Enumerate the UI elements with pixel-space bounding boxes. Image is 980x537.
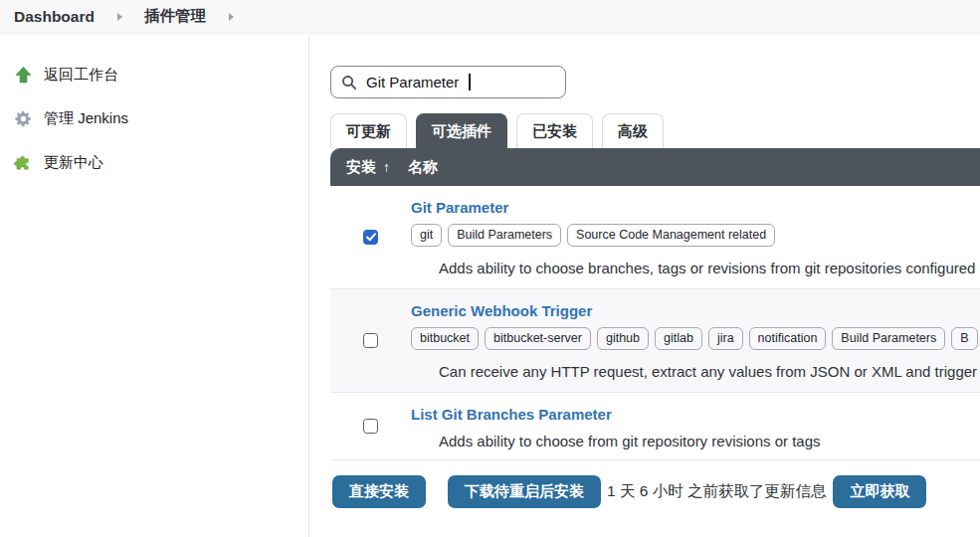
plugin-checkbox[interactable] <box>363 230 378 245</box>
sidebar-item-label: 更新中心 <box>44 153 103 172</box>
breadcrumb-item-dashboard[interactable]: Dashboard <box>14 8 95 26</box>
plugin-name-link[interactable]: Generic Webhook Trigger <box>411 302 592 319</box>
breadcrumb-item-plugin-manager[interactable]: 插件管理 <box>144 6 206 27</box>
plugin-table: 安装 ↑ 名称 Git ParametergitBuild Parameters… <box>330 148 980 460</box>
plugin-tag[interactable]: bitbucket <box>411 327 479 350</box>
plugin-description: Can receive any HTTP request, extract an… <box>439 363 980 380</box>
main-content: Git Parameter 可更新 可选插件 已安装 高级 安装 ↑ 名称 Gi… <box>310 35 980 537</box>
plugin-description: Adds ability to choose branches, tags or… <box>439 260 980 276</box>
plugin-cell: Git ParametergitBuild ParametersSource C… <box>411 186 980 288</box>
plugin-tags: bitbucketbitbucket-servergithubgitlabjir… <box>411 327 980 350</box>
plugin-cell: List Git Branches ParameterAdds ability … <box>411 393 980 459</box>
sidebar-item-update-center[interactable]: 更新中心 <box>0 140 308 184</box>
plugin-tag[interactable]: bitbucket-server <box>485 327 591 350</box>
plugin-cell: Generic Webhook Triggerbitbucketbitbucke… <box>411 289 980 392</box>
tab-available[interactable]: 可选插件 <box>416 113 507 148</box>
checkbox-cell <box>330 393 411 459</box>
chevron-right-icon <box>115 12 123 22</box>
plugin-tag[interactable]: github <box>597 327 649 350</box>
plugin-tag[interactable]: Build Parameters <box>448 224 561 247</box>
download-restart-install-button[interactable]: 下载待重启后安装 <box>448 475 601 508</box>
footer-controls: 直接安装 下载待重启后安装 1 天 6 小时 之前获取了更新信息 立即获取 <box>332 475 980 508</box>
sidebar-item-manage-jenkins[interactable]: 管理 Jenkins <box>0 96 308 140</box>
table-row: Git ParametergitBuild ParametersSource C… <box>330 186 980 289</box>
tab-updates[interactable]: 可更新 <box>330 113 407 148</box>
gear-icon <box>13 108 33 128</box>
plugin-tag[interactable]: B <box>951 327 977 350</box>
checkbox-cell <box>330 289 411 392</box>
tab-installed[interactable]: 已安装 <box>516 113 593 148</box>
plugin-checkbox[interactable] <box>363 419 378 434</box>
plugin-tabs: 可更新 可选插件 已安装 高级 <box>330 113 980 148</box>
column-header-name[interactable]: 名称 <box>408 158 438 177</box>
up-arrow-icon <box>13 65 33 85</box>
plugin-tags: gitBuild ParametersSource Code Managemen… <box>411 224 980 247</box>
plugin-checkbox[interactable] <box>363 333 378 348</box>
sidebar-item-label: 返回工作台 <box>44 66 118 85</box>
check-now-button[interactable]: 立即获取 <box>833 475 926 508</box>
sidebar: 返回工作台 管理 Jenkins 更新中心 <box>0 35 309 537</box>
column-header-install[interactable]: 安装 <box>346 158 376 177</box>
plugin-tag[interactable]: notification <box>749 327 827 350</box>
sidebar-item-back-to-dashboard[interactable]: 返回工作台 <box>0 53 308 96</box>
plugin-description: Adds ability to choose from git reposito… <box>439 433 980 449</box>
table-row: Generic Webhook Triggerbitbucketbitbucke… <box>330 289 980 393</box>
plugin-tag[interactable]: Source Code Management related <box>567 224 775 247</box>
search-input[interactable]: Git Parameter <box>330 66 566 98</box>
table-row: List Git Branches ParameterAdds ability … <box>330 393 980 460</box>
plugin-tag[interactable]: jira <box>708 327 743 350</box>
update-info-text: 1 天 6 小时 之前获取了更新信息 <box>607 481 826 502</box>
search-value: Git Parameter <box>366 74 459 90</box>
chevron-right-icon <box>227 12 235 22</box>
text-caret <box>469 74 470 90</box>
checkbox-cell <box>330 186 411 288</box>
breadcrumb: Dashboard 插件管理 <box>0 0 980 34</box>
sidebar-item-label: 管理 Jenkins <box>44 109 128 128</box>
tab-advanced[interactable]: 高级 <box>602 113 664 148</box>
plugin-tag[interactable]: gitlab <box>655 327 702 350</box>
plugin-tag[interactable]: Build Parameters <box>832 327 945 350</box>
plugin-tag[interactable]: git <box>411 224 442 247</box>
plugin-name-link[interactable]: Git Parameter <box>411 199 508 216</box>
puzzle-icon <box>13 152 33 172</box>
install-now-button[interactable]: 直接安装 <box>332 475 426 508</box>
search-icon <box>341 75 357 90</box>
sort-asc-icon[interactable]: ↑ <box>383 159 390 175</box>
table-header-row: 安装 ↑ 名称 <box>330 148 980 186</box>
plugin-name-link[interactable]: List Git Branches Parameter <box>411 406 612 423</box>
